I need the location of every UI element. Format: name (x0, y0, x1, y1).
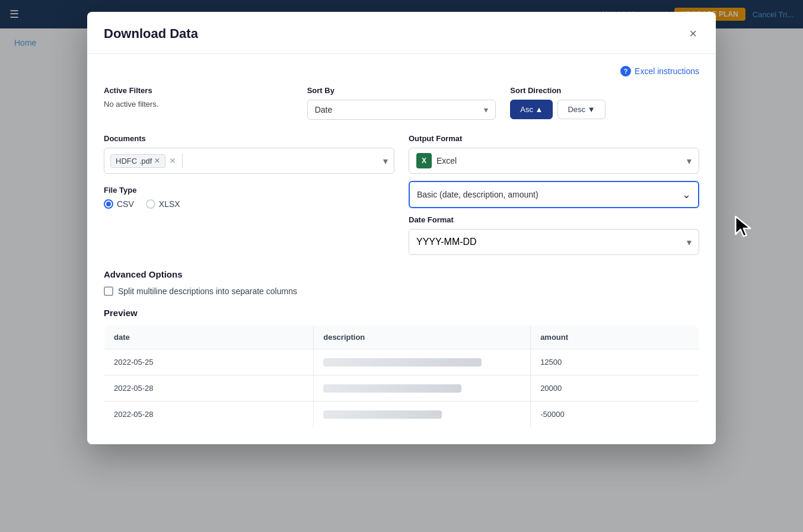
modal-header: Download Data × (87, 12, 716, 54)
cell-description-3 (314, 402, 531, 428)
documents-section: Documents HDFC .pdf ✕ ✕ ▾ (104, 134, 394, 174)
csv-label: CSV (117, 199, 134, 209)
cell-description-1 (314, 349, 531, 375)
documents-select[interactable]: HDFC .pdf ✕ ✕ ▾ (104, 148, 394, 174)
download-data-modal: Download Data × ? Excel instructions Act… (87, 12, 716, 444)
sort-by-select[interactable]: Date ▾ (307, 100, 496, 120)
sort-by-value: Date (315, 105, 333, 114)
active-filters-value: No active filters. (104, 100, 293, 109)
table-row: 2022-05-28 -50000 (104, 402, 699, 428)
blurred-description-3 (323, 410, 442, 419)
split-descriptions-label: Split multiline descriptions into separa… (118, 286, 297, 296)
file-type-section: File Type CSV XLSX (104, 186, 394, 209)
cell-description-2 (314, 375, 531, 402)
format-chevron-icon: ⌄ (682, 188, 691, 201)
split-descriptions-checkbox-item[interactable]: Split multiline descriptions into separa… (104, 286, 699, 296)
file-type-label: File Type (104, 186, 394, 195)
excel-icon: X (416, 153, 432, 168)
sort-direction-buttons: Asc ▲ Desc ▼ (510, 100, 699, 119)
documents-chevron-icon: ▾ (383, 155, 388, 167)
active-filters-section: Active Filters No active filters. (104, 86, 293, 109)
date-format-select[interactable]: YYYY-MM-DD ▾ (409, 229, 699, 255)
preview-table-body: 2022-05-25 12500 2022-05-28 20000 (104, 349, 699, 428)
date-format-label: Date Format (409, 215, 699, 224)
documents-label: Documents (104, 134, 394, 143)
advanced-options-section: Advanced Options Split multiline descrip… (104, 269, 699, 296)
table-row: 2022-05-25 12500 (104, 349, 699, 375)
sort-direction-section: Sort Direction Asc ▲ Desc ▼ (510, 86, 699, 119)
output-format-chevron-icon: ▾ (687, 155, 692, 167)
sort-by-section: Sort By Date ▾ (307, 86, 496, 120)
xlsx-label: XLSX (159, 199, 180, 209)
excel-instructions-label: Excel instructions (635, 66, 699, 76)
help-icon: ? (620, 66, 631, 77)
excel-link-row: ? Excel instructions (104, 66, 699, 77)
output-format-select[interactable]: X Excel ▾ (409, 148, 699, 174)
csv-radio-item[interactable]: CSV (104, 199, 134, 209)
date-format-value: YYYY-MM-DD (416, 237, 477, 247)
cell-amount-1: 12500 (531, 349, 699, 375)
xlsx-radio-item[interactable]: XLSX (146, 199, 180, 209)
sort-direction-label: Sort Direction (510, 86, 699, 95)
left-column: Documents HDFC .pdf ✕ ✕ ▾ (104, 134, 394, 255)
desc-button[interactable]: Desc ▼ (557, 100, 605, 119)
sort-by-chevron-icon: ▾ (484, 105, 488, 114)
col-date: date (104, 326, 314, 349)
advanced-options-title: Advanced Options (104, 269, 699, 279)
date-format-chevron-icon: ▾ (687, 237, 692, 248)
preview-title: Preview (104, 308, 699, 318)
blurred-description-1 (323, 358, 481, 367)
cell-date-3: 2022-05-28 (104, 402, 314, 428)
split-descriptions-checkbox[interactable] (104, 286, 113, 296)
format-select[interactable]: Basic (date, description, amount) ⌄ (409, 181, 699, 208)
remove-document-button[interactable]: ✕ (154, 157, 160, 165)
table-row: 2022-05-28 20000 (104, 375, 699, 402)
cell-amount-2: 20000 (531, 375, 699, 402)
preview-section: Preview date description amount 2022-05-… (104, 308, 699, 428)
asc-button[interactable]: Asc ▲ (510, 100, 553, 119)
csv-radio-button[interactable] (104, 199, 113, 209)
main-content-grid: Documents HDFC .pdf ✕ ✕ ▾ (104, 134, 699, 255)
preview-table: date description amount 2022-05-25 12500 (104, 325, 699, 428)
modal-body: ? Excel instructions Active Filters No a… (87, 54, 716, 444)
cell-date-2: 2022-05-28 (104, 375, 314, 402)
output-format-section: Output Format X Excel ▾ Basic (date, des… (409, 134, 699, 255)
header-row: date description amount (104, 326, 699, 349)
close-button[interactable]: × (687, 27, 699, 40)
cursor (734, 214, 757, 246)
document-tag-text: HDFC .pdf (116, 157, 152, 165)
modal-overlay[interactable]: Download Data × ? Excel instructions Act… (0, 0, 803, 532)
col-amount: amount (531, 326, 699, 349)
cell-date-1: 2022-05-25 (104, 349, 314, 375)
file-type-radio-group: CSV XLSX (104, 199, 394, 209)
select-divider (182, 154, 183, 168)
xlsx-radio-button[interactable] (146, 199, 155, 209)
clear-documents-button[interactable]: ✕ (169, 156, 176, 165)
document-tag: HDFC .pdf ✕ (110, 154, 165, 168)
cell-amount-3: -50000 (531, 402, 699, 428)
blurred-description-2 (323, 384, 461, 393)
excel-instructions-link[interactable]: ? Excel instructions (620, 66, 699, 77)
sort-by-label: Sort By (307, 86, 496, 95)
col-description: description (314, 326, 531, 349)
csv-radio-dot (106, 202, 111, 206)
output-format-value: Excel (436, 156, 457, 165)
preview-table-header: date description amount (104, 326, 699, 349)
filters-row: Active Filters No active filters. Sort B… (104, 86, 699, 120)
right-column: Output Format X Excel ▾ Basic (date, des… (409, 134, 699, 255)
active-filters-label: Active Filters (104, 86, 293, 95)
output-format-label: Output Format (409, 134, 699, 143)
modal-title: Download Data (104, 26, 198, 42)
format-select-text: Basic (date, description, amount) (417, 190, 538, 199)
